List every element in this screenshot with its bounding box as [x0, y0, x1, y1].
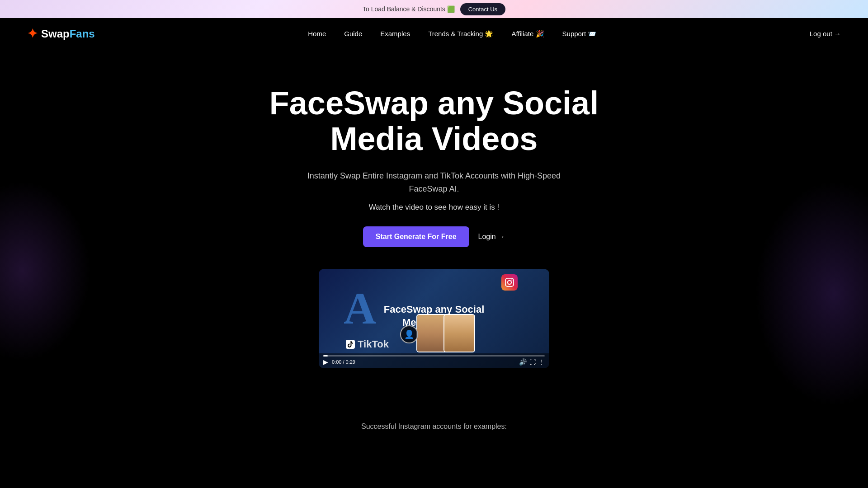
tiktok-label: TikTok — [358, 338, 389, 350]
hero-section: FaceSwap any Social Media Videos Instant… — [0, 49, 868, 413]
video-controls-left: ▶ 0:00 / 0:29 — [323, 358, 355, 366]
nav-item-trends[interactable]: Trends & Tracking 🌟 — [428, 30, 493, 38]
video-time: 0:00 / 0:29 — [332, 359, 355, 365]
more-options-icon[interactable]: ⋮ — [538, 358, 545, 366]
login-button[interactable]: Login → — [478, 233, 505, 241]
top-banner: To Load Balance & Discounts 🟩 Contact Us — [0, 0, 868, 18]
video-controls-row: ▶ 0:00 / 0:29 🔊 ⛶ ⋮ — [323, 358, 545, 366]
video-player[interactable]: A FaceSwap any Social Media Videos 👤 Tik… — [319, 269, 549, 368]
video-progress-fill — [323, 355, 328, 357]
contact-button[interactable]: Contact Us — [460, 3, 505, 15]
video-progress-bar[interactable] — [323, 355, 545, 357]
hero-subtitle: Instantly Swap Entire Instagram and TikT… — [298, 169, 570, 196]
logo-text: SwapFans — [41, 28, 95, 40]
navbar: ✦ SwapFans Home Guide Examples Trends & … — [0, 18, 868, 49]
logo[interactable]: ✦ SwapFans — [27, 26, 95, 41]
fullscreen-icon[interactable]: ⛶ — [529, 358, 536, 366]
hero-title: FaceSwap any Social Media Videos — [253, 85, 615, 157]
logout-button[interactable]: Log out → — [810, 30, 841, 38]
face-thumb-2 — [443, 314, 475, 352]
video-controls-right: 🔊 ⛶ ⋮ — [519, 358, 545, 366]
tiktok-icon — [346, 340, 355, 349]
instagram-icon — [501, 274, 518, 291]
face-swap-indicator: 👤 — [400, 325, 418, 343]
logo-swap: Swap — [41, 28, 70, 40]
nav-item-examples[interactable]: Examples — [380, 30, 410, 38]
logo-icon: ✦ — [27, 26, 38, 41]
logo-fans: Fans — [70, 28, 95, 40]
tiktok-logo: TikTok — [346, 338, 389, 350]
nav-item-guide[interactable]: Guide — [344, 30, 362, 38]
banner-text: To Load Balance & Discounts 🟩 — [363, 5, 455, 13]
face-thumbnails — [416, 314, 475, 352]
video-controls: ▶ 0:00 / 0:29 🔊 ⛶ ⋮ — [319, 353, 549, 368]
volume-icon[interactable]: 🔊 — [519, 358, 527, 366]
hero-watch-text: Watch the video to see how easy it is ! — [9, 203, 859, 212]
nav-item-support[interactable]: Support 📨 — [562, 30, 597, 38]
nav-links: Home Guide Examples Trends & Tracking 🌟 … — [308, 30, 596, 38]
decorative-letter: A — [344, 282, 376, 334]
cta-buttons: Start Generate For Free Login → — [9, 226, 859, 247]
bottom-text: Successful Instagram accounts for exampl… — [0, 413, 868, 440]
successful-accounts-text: Successful Instagram accounts for exampl… — [361, 422, 507, 430]
nav-item-affiliate[interactable]: Affiliate 🎉 — [511, 30, 544, 38]
play-icon[interactable]: ▶ — [323, 358, 328, 366]
nav-item-home[interactable]: Home — [308, 30, 326, 38]
start-generate-button[interactable]: Start Generate For Free — [363, 226, 469, 247]
